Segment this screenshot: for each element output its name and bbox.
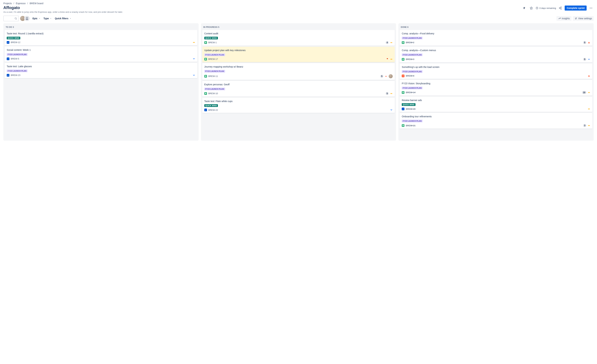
card[interactable]: Content audit QUICK WINS BREW-1 4 <box>202 30 395 46</box>
issue-key[interactable]: BREW-12 <box>11 41 20 44</box>
card-title: Comp. analysis—Custom menus <box>402 49 590 52</box>
card-label[interactable]: FY23 LAUNCH PLAN <box>402 120 423 122</box>
task-icon <box>7 41 9 44</box>
view-settings-button[interactable]: View settings <box>573 16 594 21</box>
card-title: Something's up with the load screen <box>402 65 590 69</box>
story-points-badge: 5 <box>380 75 384 78</box>
card-title: Content audit <box>204 32 393 35</box>
column-inprogress: IN PROGRESS 5 Content audit QUICK WINS B… <box>201 23 396 141</box>
card[interactable]: Update project plan with key milestones … <box>202 47 395 62</box>
column-done: DONE 6 Comp. analysis—Food delivery FY23… <box>398 23 594 141</box>
breadcrumb-project[interactable]: Espresso <box>16 2 25 5</box>
issue-key[interactable]: BREW-10 <box>208 92 218 95</box>
breadcrumb-board[interactable]: BREW board <box>30 2 43 5</box>
issue-key[interactable]: BREW-14 <box>406 91 416 94</box>
card[interactable]: Comp. analysis—Custom menus FY23 LAUNCH … <box>400 47 592 63</box>
star-icon[interactable] <box>529 5 534 11</box>
svg-point-2 <box>559 8 560 8</box>
priority-low-icon <box>193 57 195 60</box>
filter-quick[interactable]: Quick filters <box>55 16 72 20</box>
issue-key[interactable]: BREW-3 <box>406 58 414 61</box>
filter-type[interactable]: Type <box>43 16 52 20</box>
priority-medium-icon <box>588 91 590 94</box>
svg-rect-17 <box>391 93 392 94</box>
bug-icon <box>402 75 404 77</box>
card-label[interactable]: FY23 LAUNCH PLAN <box>7 70 27 72</box>
insights-button[interactable]: Insights <box>557 16 572 21</box>
issue-key[interactable]: BREW-20 <box>406 108 416 110</box>
svg-point-7 <box>15 18 16 19</box>
priority-medium-icon <box>588 124 590 127</box>
svg-point-1 <box>561 7 562 8</box>
svg-rect-12 <box>193 43 195 43</box>
assignee-avatars <box>21 16 30 21</box>
card-title: Taste test: Round 1 (vanilla extract) <box>7 32 195 35</box>
svg-point-6 <box>592 8 592 8</box>
search-icon <box>14 17 17 20</box>
svg-point-3 <box>561 8 562 9</box>
svg-point-9 <box>576 18 577 18</box>
breadcrumb-projects[interactable]: Projects <box>3 2 12 5</box>
card[interactable]: Something's up with the load screen FY23… <box>400 63 592 79</box>
add-people-button[interactable] <box>24 16 30 21</box>
card[interactable]: FY23 Vision: Storyboarding FY23 LAUNCH P… <box>400 80 592 96</box>
card-title: Taste test: Flate white cups <box>204 100 393 103</box>
card-label[interactable]: QUICK WINS <box>402 103 415 106</box>
filter-epic[interactable]: Epic <box>32 16 41 20</box>
card-label[interactable]: FY23 LAUNCH PLAN <box>402 37 423 40</box>
chart-icon <box>558 17 561 20</box>
svg-point-5 <box>591 8 591 8</box>
task-icon <box>402 108 404 110</box>
search-input[interactable] <box>3 16 19 21</box>
card[interactable]: Taste test: Flate white cups QUICK WINS … <box>202 98 395 113</box>
card[interactable]: Review banner ads QUICK WINS BREW-20 <box>400 97 592 112</box>
card-label[interactable]: FY23 LAUNCH PLAN <box>402 54 423 56</box>
card[interactable]: Taste test: Latte glasses FY23 LAUNCH PL… <box>5 63 197 78</box>
card-label[interactable]: FY23 LAUNCH PLAN <box>7 53 27 56</box>
card-label[interactable]: QUICK WINS <box>204 104 218 107</box>
automation-icon[interactable] <box>522 5 527 11</box>
card[interactable]: Taste test: Round 1 (vanilla extract) QU… <box>5 30 197 45</box>
issue-key[interactable]: BREW-5 <box>11 57 19 60</box>
issue-key[interactable]: BREW-22 <box>208 109 218 111</box>
card-label[interactable]: FY23 LAUNCH PLAN <box>204 88 225 90</box>
svg-rect-24 <box>588 125 590 126</box>
column-todo: TO DO 3 Taste test: Round 1 (vanilla ext… <box>3 23 199 141</box>
issue-key[interactable]: BREW-21 <box>406 124 416 127</box>
svg-rect-23 <box>588 109 590 110</box>
svg-rect-13 <box>391 42 392 43</box>
card[interactable]: Journey mapping workshop w/ Beanz FY23 L… <box>202 63 395 80</box>
card[interactable]: Onboarding tour refinements FY23 LAUNCH … <box>400 113 592 129</box>
board: TO DO 3 Taste test: Round 1 (vanilla ext… <box>3 23 594 141</box>
issue-key[interactable]: BREW-23 <box>11 74 20 76</box>
card-label[interactable]: FY23 LAUNCH PLAN <box>204 54 225 56</box>
issue-key[interactable]: BREW-11 <box>208 75 218 77</box>
share-icon[interactable] <box>558 5 563 11</box>
card-label[interactable]: FY23 LAUNCH PLAN <box>204 70 225 72</box>
card-label[interactable]: QUICK WINS <box>204 37 218 40</box>
column-header: IN PROGRESS 5 <box>202 25 395 30</box>
priority-high-icon <box>385 75 387 78</box>
issue-key[interactable]: BREW-2 <box>406 41 414 44</box>
task-icon <box>7 57 9 60</box>
card[interactable]: Social content: Week 1 FY23 LAUNCH PLAN … <box>5 47 197 62</box>
issue-key[interactable]: BREW-4 <box>406 75 414 77</box>
assignee-avatar[interactable] <box>389 74 393 78</box>
card[interactable]: Comp. analysis—Food delivery FY23 LAUNCH… <box>400 30 592 46</box>
issue-key[interactable]: BREW-17 <box>208 58 218 60</box>
more-icon[interactable] <box>588 5 594 11</box>
complete-sprint-button[interactable]: Complete sprint <box>565 6 587 11</box>
card-label[interactable]: FY23 LAUNCH PLAN <box>402 87 423 89</box>
story-points-badge: 5 <box>583 58 586 61</box>
issue-key[interactable]: BREW-1 <box>208 41 217 44</box>
breadcrumb: Projects / Espresso / BREW board <box>3 2 594 5</box>
card-title: Journey mapping workshop w/ Beanz <box>204 65 393 68</box>
card-label[interactable]: QUICK WINS <box>7 37 20 40</box>
priority-medium-icon <box>588 108 590 110</box>
card-label[interactable]: FY23 LAUNCH PLAN <box>402 70 423 73</box>
priority-highest-icon <box>588 41 590 44</box>
breadcrumb-sep: / <box>14 2 14 5</box>
card[interactable]: Explore personas: Geoff FY23 LAUNCH PLAN… <box>202 81 395 97</box>
svg-point-8 <box>26 17 28 18</box>
svg-rect-11 <box>193 42 195 42</box>
